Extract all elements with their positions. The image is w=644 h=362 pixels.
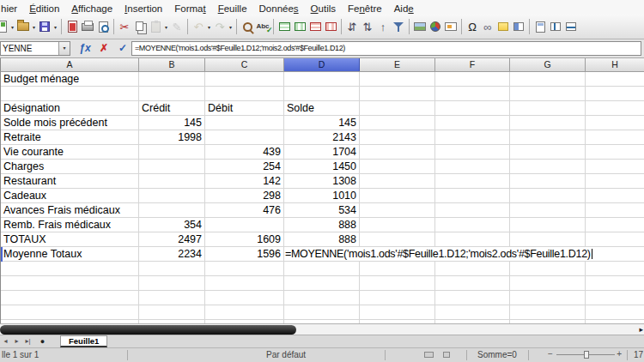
menu-item-aide[interactable]: Aide <box>388 2 420 15</box>
cell[interactable] <box>205 87 284 101</box>
cell[interactable] <box>360 174 435 189</box>
cell[interactable] <box>139 291 205 305</box>
cell[interactable] <box>139 87 205 101</box>
cell[interactable]: Avances Frais médicaux <box>1 203 139 218</box>
paste-icon[interactable] <box>148 17 163 36</box>
cell[interactable]: Désignation <box>1 101 139 116</box>
sort-icon[interactable]: ↑ <box>375 17 391 36</box>
cell[interactable] <box>360 218 435 232</box>
selection-mode-icon[interactable] <box>424 352 434 358</box>
cell[interactable] <box>139 145 205 160</box>
cell[interactable] <box>586 218 644 232</box>
sort-descending-icon[interactable]: ⇵ <box>344 17 360 36</box>
cell[interactable] <box>139 174 205 189</box>
name-box[interactable]: YENNE ▾ <box>0 41 70 56</box>
cell[interactable] <box>360 291 435 305</box>
cell[interactable] <box>510 87 586 101</box>
column-header-e[interactable]: E <box>360 58 435 72</box>
cell[interactable]: 888 <box>284 218 360 232</box>
zoom-slider[interactable]: − + <box>548 348 625 361</box>
cell[interactable] <box>360 72 435 87</box>
cell[interactable]: 534 <box>284 203 360 218</box>
sum-text[interactable]: Somme=0 <box>477 348 517 361</box>
special-character-icon[interactable]: Ω <box>465 17 480 36</box>
cell[interactable]: 1010 <box>284 189 360 203</box>
cell[interactable]: 145 <box>139 116 205 130</box>
cell[interactable] <box>510 305 586 320</box>
cell[interactable] <box>284 87 360 101</box>
cell[interactable] <box>435 116 510 130</box>
cell[interactable] <box>435 276 510 291</box>
cell[interactable]: Restaurant <box>1 174 139 189</box>
add-sheet-icon[interactable]: ● <box>37 335 48 347</box>
insert-chart-icon[interactable] <box>428 17 443 36</box>
cell[interactable] <box>510 174 586 189</box>
cancel-icon[interactable]: ✗ <box>96 41 112 56</box>
print-area-icon[interactable] <box>532 17 548 36</box>
cell[interactable] <box>139 160 205 174</box>
cell[interactable]: 1704 <box>284 145 360 160</box>
menu-item-outils[interactable]: Outils <box>305 2 342 15</box>
undo-icon[interactable]: ↶ <box>191 17 206 36</box>
cell[interactable] <box>435 145 510 160</box>
cell[interactable] <box>205 72 284 87</box>
hyperlink-icon[interactable]: ∞ <box>480 17 495 36</box>
cell[interactable] <box>284 276 360 291</box>
open-icon-dropdown[interactable]: ▾ <box>31 24 37 30</box>
cell[interactable] <box>205 291 284 305</box>
cell[interactable]: TOTAUX <box>1 232 139 247</box>
cell[interactable]: 145 <box>284 116 360 130</box>
freeze-panes-icon[interactable] <box>548 17 563 36</box>
scrollbar-thumb[interactable] <box>0 325 296 335</box>
cell[interactable] <box>360 145 435 160</box>
print-preview-icon[interactable] <box>95 17 111 36</box>
cell[interactable] <box>1 87 139 101</box>
new-document-icon-dropdown[interactable]: ▾ <box>9 24 15 30</box>
cell[interactable] <box>360 276 435 291</box>
cell[interactable] <box>435 130 510 145</box>
cell[interactable] <box>586 189 644 203</box>
spellcheck-icon[interactable]: Abc <box>255 17 270 36</box>
cell[interactable]: 2234 <box>139 247 205 262</box>
split-window-icon[interactable] <box>563 17 579 36</box>
redo-icon[interactable]: ↷ <box>212 17 228 36</box>
cell[interactable]: Vie courante <box>1 145 139 160</box>
cell[interactable]: 1308 <box>284 174 360 189</box>
cell[interactable] <box>139 262 205 276</box>
cell[interactable]: Retraite <box>1 130 139 145</box>
cell-edit-text[interactable]: =MOYENNE('mois1.ods'#$Feuille1.D12;'mois… <box>285 247 593 261</box>
insert-image-icon[interactable] <box>412 17 428 36</box>
cell[interactable] <box>510 160 586 174</box>
cell[interactable]: Charges <box>1 160 139 174</box>
cell[interactable] <box>1 276 139 291</box>
cell[interactable] <box>360 232 435 247</box>
cell[interactable]: 439 <box>205 145 284 160</box>
column-header-g[interactable]: G <box>510 58 586 72</box>
cell[interactable]: 142 <box>205 174 284 189</box>
autofilter-icon[interactable] <box>391 17 406 36</box>
cell[interactable] <box>435 232 510 247</box>
column-header-h[interactable]: H <box>586 58 644 72</box>
name-box-dropdown-icon[interactable]: ▾ <box>58 42 70 55</box>
cell[interactable]: Cadeaux <box>1 189 139 203</box>
cell[interactable]: 2143 <box>284 130 360 145</box>
cell[interactable] <box>510 203 586 218</box>
cell[interactable] <box>435 291 510 305</box>
cell[interactable] <box>360 189 435 203</box>
zoom-track[interactable] <box>556 354 615 355</box>
cell[interactable] <box>360 116 435 130</box>
cell[interactable] <box>586 291 644 305</box>
cell[interactable] <box>139 189 205 203</box>
cell[interactable]: Crédit <box>139 101 205 116</box>
undo-icon-dropdown[interactable]: ▾ <box>206 24 212 30</box>
delete-row-icon[interactable] <box>307 17 323 36</box>
cell[interactable] <box>360 305 435 320</box>
cell[interactable] <box>205 116 284 130</box>
cell[interactable] <box>435 72 510 87</box>
column-header-b[interactable]: B <box>139 58 205 72</box>
new-document-icon[interactable] <box>0 17 9 36</box>
formula-input[interactable]: =MOYENNE('mois1.ods'#$Feuille1.D12;'mois… <box>131 41 641 56</box>
cell[interactable]: 1609 <box>205 232 284 247</box>
export-pdf-icon[interactable] <box>64 17 80 36</box>
cell[interactable] <box>510 291 586 305</box>
